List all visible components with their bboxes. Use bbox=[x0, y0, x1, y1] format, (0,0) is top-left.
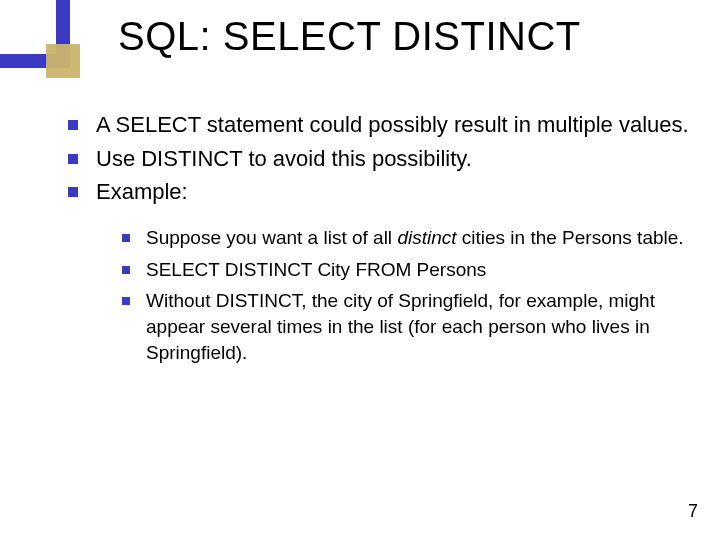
main-content: A SELECT statement could possibly result… bbox=[68, 110, 700, 371]
bullet-text: Use DISTINCT to avoid this possibility. bbox=[96, 144, 472, 174]
bullet-text: Example: bbox=[96, 177, 188, 207]
bullet-square-icon bbox=[122, 297, 130, 305]
sub-bullet-text: Without DISTINCT, the city of Springfiel… bbox=[146, 288, 698, 365]
bullet-square-icon bbox=[122, 234, 130, 242]
decor-square bbox=[46, 44, 80, 78]
sub-bullet-item: SELECT DISTINCT City FROM Persons bbox=[122, 257, 698, 283]
bullet-square-icon bbox=[68, 120, 78, 130]
bullet-item: Use DISTINCT to avoid this possibility. bbox=[68, 144, 700, 174]
bullet-square-icon bbox=[68, 187, 78, 197]
text-part: Suppose you want a list of all bbox=[146, 227, 397, 248]
bullet-text: A SELECT statement could possibly result… bbox=[96, 110, 689, 140]
text-part: cities in the Persons table. bbox=[457, 227, 684, 248]
bullet-item: A SELECT statement could possibly result… bbox=[68, 110, 700, 140]
slide-title: SQL: SELECT DISTINCT bbox=[118, 14, 581, 59]
sub-bullet-item: Without DISTINCT, the city of Springfiel… bbox=[122, 288, 698, 365]
sub-bullet-item: Suppose you want a list of all distinct … bbox=[122, 225, 698, 251]
page-number: 7 bbox=[688, 501, 698, 522]
bullet-item: Example: bbox=[68, 177, 700, 207]
sub-content: Suppose you want a list of all distinct … bbox=[122, 225, 698, 365]
text-part: SELECT DISTINCT City FROM Persons bbox=[146, 259, 486, 280]
bullet-square-icon bbox=[68, 154, 78, 164]
bullet-square-icon bbox=[122, 266, 130, 274]
sub-bullet-text: SELECT DISTINCT City FROM Persons bbox=[146, 257, 486, 283]
text-part: Without DISTINCT, the city of Springfiel… bbox=[146, 290, 655, 362]
italic-text: distinct bbox=[397, 227, 456, 248]
sub-bullet-text: Suppose you want a list of all distinct … bbox=[146, 225, 684, 251]
